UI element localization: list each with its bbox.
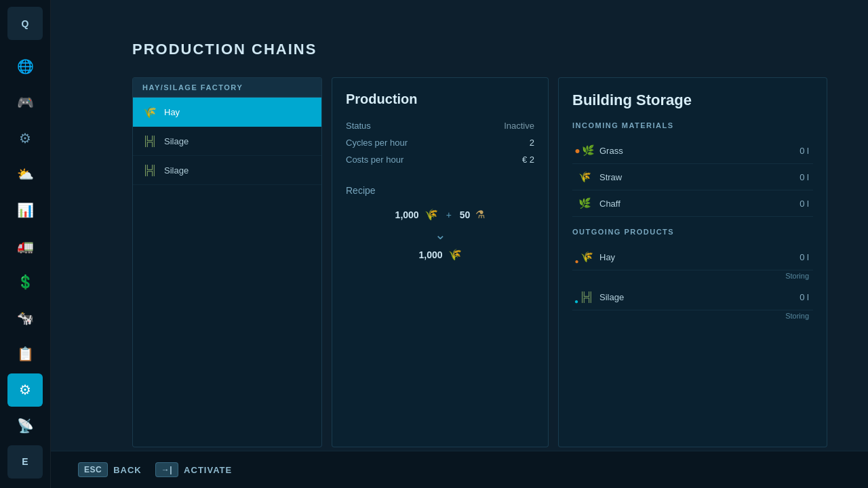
page-title: PRODUCTION CHAINS xyxy=(132,41,827,58)
sidebar-item-steering[interactable]: 🎮 xyxy=(7,85,43,119)
sidebar-item-contracts[interactable]: 📋 xyxy=(7,338,43,371)
storage-item-hay: ● 🌾 Hay 0 l xyxy=(572,244,813,270)
grass-name: Grass xyxy=(599,146,782,156)
hay-storage-value: 0 l xyxy=(789,252,809,262)
recipe-title: Recipe xyxy=(346,185,534,196)
radio-icon: 📡 xyxy=(17,418,34,434)
straw-name: Straw xyxy=(599,172,782,182)
status-value: Inactive xyxy=(504,121,534,131)
outgoing-hay-group: ● 🌾 Hay 0 l Storing xyxy=(572,244,813,284)
panel-list: HAY/SILAGE FACTORY 🌾 Hay ╠╣ Silage ╠╣ Si… xyxy=(132,77,322,447)
recipe-section: Recipe 1,000 🌾 + 50 ⚗ ⌄ 1,000 🌾 xyxy=(346,185,534,261)
chain-item-silage2[interactable]: ╠╣ Silage xyxy=(133,156,321,185)
hay-chain-icon: 🌾 xyxy=(142,104,157,119)
chaff-value: 0 l xyxy=(789,199,809,209)
hay-storage-name: Hay xyxy=(599,252,782,262)
prod-row-cycles: Cycles per hour 2 xyxy=(346,138,534,148)
outgoing-silage-group: ● ╠╣ Silage 0 l Storing xyxy=(572,284,813,324)
silage-storage-icon: ● ╠╣ xyxy=(576,289,593,305)
chaff-icon: 🌿 xyxy=(576,195,593,211)
storage-item-grass: ● 🌿 Grass 0 l xyxy=(572,138,813,164)
sidebar-item-stats[interactable]: 📊 xyxy=(7,193,43,226)
animal-icon: 🐄 xyxy=(17,310,34,326)
recipe-output-icon: 🌾 xyxy=(448,248,462,261)
recipe-input2-amount: 50 xyxy=(460,209,471,220)
chain-item-silage1-label: Silage xyxy=(164,136,189,146)
chain-item-hay[interactable]: 🌾 Hay xyxy=(133,98,321,127)
prod-row-status: Status Inactive xyxy=(346,121,534,131)
sidebar-item-finance[interactable]: 💲 xyxy=(7,266,43,299)
chain-item-hay-label: Hay xyxy=(164,107,180,117)
finance-icon: 💲 xyxy=(17,274,34,290)
sidebar-item-q[interactable]: Q xyxy=(7,7,43,40)
storage-item-silage: ● ╠╣ Silage 0 l xyxy=(572,284,813,310)
hay-storing-label: Storing xyxy=(572,270,813,284)
grass-value: 0 l xyxy=(789,146,809,156)
recipe-formula: 1,000 🌾 + 50 ⚗ ⌄ 1,000 🌾 xyxy=(346,208,534,261)
prod-row-costs: Costs per hour € 2 xyxy=(346,155,534,165)
silage2-chain-icon: ╠╣ xyxy=(142,163,157,178)
activate-label: ACTIVATE xyxy=(184,465,232,475)
sidebar-item-globe[interactable]: 🌐 xyxy=(7,49,43,83)
sidebar: Q 🌐 🎮 ⚙ ⛅ 📊 🚛 💲 🐄 📋 ⚙ 📡 E xyxy=(0,0,51,488)
q-key-label: Q xyxy=(22,18,29,29)
outgoing-header: OUTGOING PRODUCTS xyxy=(572,228,813,239)
recipe-output-amount: 1,000 xyxy=(418,249,442,260)
bottom-bar: ESC BACK →| ACTIVATE xyxy=(51,451,868,488)
activate-key-badge: →| xyxy=(155,462,178,477)
production-title: Production xyxy=(346,92,534,107)
vehicle-icon: 🚛 xyxy=(17,238,34,254)
storage-item-straw: 🌾 Straw 0 l xyxy=(572,164,813,190)
incoming-header: INCOMING MATERIALS xyxy=(572,121,813,132)
back-label: BACK xyxy=(113,465,142,475)
sidebar-item-settings[interactable]: ⚙ xyxy=(7,121,43,155)
silage1-chain-icon: ╠╣ xyxy=(142,134,157,148)
esc-back-button[interactable]: ESC BACK xyxy=(78,462,142,477)
recipe-input2-icon: ⚗ xyxy=(475,208,485,221)
weather-icon: ⛅ xyxy=(17,166,34,182)
esc-key-badge: ESC xyxy=(78,462,108,477)
activate-button[interactable]: →| ACTIVATE xyxy=(155,462,232,477)
costs-label: Costs per hour xyxy=(346,155,403,165)
outgoing-section: OUTGOING PRODUCTS ● 🌾 Hay 0 l Storing xyxy=(572,228,813,324)
recipe-arrow: ⌄ xyxy=(435,226,446,243)
cycles-value: 2 xyxy=(530,138,534,148)
storage-title: Building Storage xyxy=(572,92,813,109)
factory-header: HAY/SILAGE FACTORY xyxy=(133,78,321,98)
sidebar-item-vehicle[interactable]: 🚛 xyxy=(7,229,43,262)
stats-icon: 📊 xyxy=(17,202,34,218)
sidebar-item-animal[interactable]: 🐄 xyxy=(7,302,43,335)
sidebar-item-weather[interactable]: ⛅ xyxy=(7,157,43,190)
e-key-label: E xyxy=(22,456,28,467)
settings-icon: ⚙ xyxy=(19,130,31,146)
straw-icon: 🌾 xyxy=(576,169,593,185)
recipe-plus: + xyxy=(446,209,452,220)
cycles-label: Cycles per hour xyxy=(346,138,408,148)
chaff-name: Chaff xyxy=(599,199,782,209)
chain-item-silage2-label: Silage xyxy=(164,165,189,176)
recipe-input-amount: 1,000 xyxy=(395,209,419,220)
status-label: Status xyxy=(346,121,371,131)
sidebar-item-radio[interactable]: 📡 xyxy=(7,409,43,443)
sidebar-item-production[interactable]: ⚙ xyxy=(7,373,43,407)
silage-storage-name: Silage xyxy=(599,292,782,302)
chain-item-silage1[interactable]: ╠╣ Silage xyxy=(133,127,321,156)
storage-item-chaff: 🌿 Chaff 0 l xyxy=(572,190,813,217)
recipe-output-line: 1,000 🌾 xyxy=(418,248,461,261)
globe-icon: 🌐 xyxy=(17,58,34,75)
recipe-input-icon: 🌾 xyxy=(425,208,438,221)
hay-storage-icon: ● 🌾 xyxy=(576,249,593,265)
panels-row: HAY/SILAGE FACTORY 🌾 Hay ╠╣ Silage ╠╣ Si… xyxy=(132,77,827,447)
contracts-icon: 📋 xyxy=(17,346,34,362)
grass-icon: ● 🌿 xyxy=(576,142,593,159)
silage-storage-value: 0 l xyxy=(789,292,809,302)
panel-production: Production Status Inactive Cycles per ho… xyxy=(332,77,549,447)
costs-value: € 2 xyxy=(522,155,534,165)
production-icon: ⚙ xyxy=(19,382,31,398)
silage-storing-label: Storing xyxy=(572,310,813,324)
sidebar-item-e[interactable]: E xyxy=(7,445,43,479)
straw-value: 0 l xyxy=(789,172,809,182)
main-content: PRODUCTION CHAINS HAY/SILAGE FACTORY 🌾 H… xyxy=(51,0,868,488)
recipe-input-line: 1,000 🌾 + 50 ⚗ xyxy=(395,208,486,221)
panel-storage: Building Storage INCOMING MATERIALS ● 🌿 … xyxy=(558,77,827,447)
